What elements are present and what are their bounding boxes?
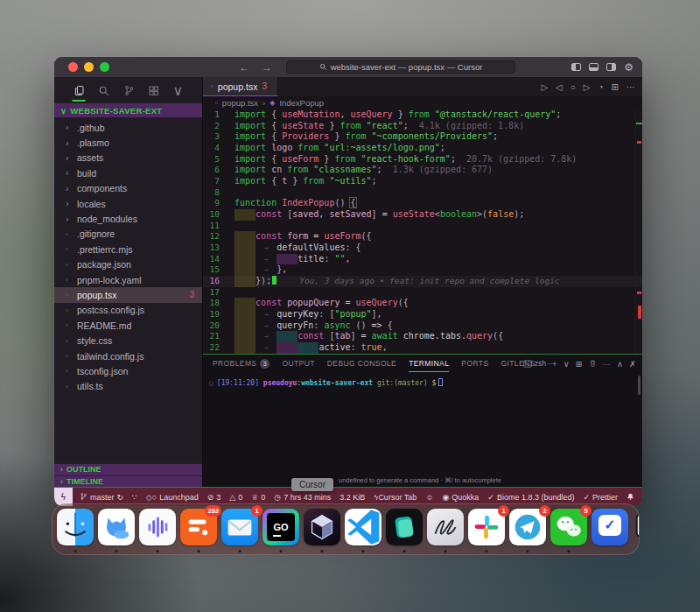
terminal-dropdown-icon[interactable]: ∨ <box>564 359 570 369</box>
code-line-11[interactable]: 11 <box>203 221 642 232</box>
code-line-18[interactable]: 18const popupQuery = useQuery({ <box>203 298 642 309</box>
status-prettier[interactable]: ✓Prettier <box>583 493 618 502</box>
file-tree-item-tsconfig.json[interactable]: ▫tsconfig.json <box>54 363 202 378</box>
activity-more-chevron-icon[interactable]: ∨ <box>173 77 184 103</box>
dock-app-goland[interactable]: GO <box>262 509 299 545</box>
status-notifications-bell[interactable] <box>626 492 634 502</box>
status-launchpad[interactable]: ◇○Launchpad <box>146 493 199 502</box>
code-line-7[interactable]: 7import { t } from "~utils"; <box>203 176 642 187</box>
close-window-button[interactable] <box>68 62 78 72</box>
dock-app-stacked-windows[interactable] <box>633 509 640 545</box>
file-tree-item-node_modules[interactable]: ›node_modules <box>54 211 202 226</box>
toggle-secondary-sidebar-icon[interactable] <box>606 63 616 71</box>
breadcrumb[interactable]: ▫ popup.tsx › ◈ IndexPopup <box>203 96 642 109</box>
status-quokka[interactable]: ◉Quokka <box>442 493 479 502</box>
title-bar[interactable]: ← → website-saver-ext — popup.tsx — Curs… <box>54 57 642 77</box>
outline-section[interactable]: › OUTLINE <box>54 463 202 475</box>
terminal[interactable]: ○[19:11:20] pseudoyu:website-saver-ext g… <box>203 372 642 387</box>
timeline-clock-icon[interactable]: ◔ <box>598 82 604 92</box>
code-editor[interactable]: 1import { useMutation, useQuery } from "… <box>203 109 642 354</box>
extensions-icon[interactable] <box>148 77 159 103</box>
dock-app-wechat[interactable]: 5 <box>550 509 587 545</box>
explorer-icon[interactable] <box>74 77 85 103</box>
code-line-17[interactable]: 17 <box>203 287 642 299</box>
dock-app-things-todo[interactable]: ✓ <box>592 509 628 545</box>
file-tree-item-README.md[interactable]: ▫README.md <box>54 318 202 333</box>
minimize-window-button[interactable] <box>84 62 94 72</box>
status-smiley-feedback[interactable]: ☺ <box>425 493 433 502</box>
dock-app-craft-dark[interactable] <box>386 509 423 545</box>
status-plug[interactable]: ϟ <box>374 493 378 502</box>
code-line-1[interactable]: 1import { useMutation, useQuery } from "… <box>203 109 642 121</box>
file-tree-item-tailwind.config.js[interactable]: ▫tailwind.config.js <box>54 348 202 363</box>
code-line-13[interactable]: 13→defaultValues: { <box>203 243 642 254</box>
code-line-14[interactable]: 14→title: "", <box>203 254 642 265</box>
split-terminal-icon[interactable]: ⊞ <box>576 359 583 369</box>
run-icon[interactable]: ▷ <box>541 82 548 92</box>
code-line-12[interactable]: 12const form = useForm({ <box>203 231 642 243</box>
panel-tab-debug-console[interactable]: DEBUG CONSOLE <box>327 355 396 372</box>
dock-app-cursor[interactable] <box>304 509 340 545</box>
panel-tab-output[interactable]: OUTPUT <box>282 355 314 372</box>
more-icon[interactable]: ⋯ <box>603 359 612 369</box>
file-tree-item-.gitignore[interactable]: ▫.gitignore <box>54 227 202 242</box>
status-errors[interactable]: ⊘3 <box>207 493 221 502</box>
dock-app-telegram[interactable]: 2 <box>509 509 546 545</box>
file-tree-item-popup.tsx[interactable]: ▫popup.tsx3 <box>54 287 202 302</box>
code-line-9[interactable]: 9function IndexPopup() { <box>203 198 642 209</box>
more-icon[interactable]: ⋯ <box>626 82 635 92</box>
file-tree-item-utils.ts[interactable]: ▫utils.ts <box>54 379 202 394</box>
dock-app-finder[interactable] <box>57 509 94 545</box>
code-line-10[interactable]: 10const [saved, setSaved] = useState<boo… <box>203 209 642 221</box>
timeline-section[interactable]: › TIMELINE <box>54 475 202 488</box>
status-file-size[interactable]: 3.2 KiB <box>340 493 365 502</box>
dock-app-audio-waveform[interactable] <box>139 509 176 545</box>
breadcrumb-symbol[interactable]: IndexPopup <box>279 98 324 108</box>
breadcrumb-file[interactable]: popup.tsx <box>222 98 258 108</box>
overview-ruler[interactable] <box>635 109 642 354</box>
new-terminal-icon[interactable]: + <box>552 359 557 369</box>
terminal-scrollbar[interactable] <box>638 376 640 395</box>
shell-selector[interactable]: zsh <box>523 359 546 368</box>
maximize-panel-icon[interactable]: ∧ <box>617 359 623 369</box>
code-line-6[interactable]: 6import cn from "classnames"; 1.3k (gzip… <box>203 165 642 176</box>
explorer-section-header[interactable]: ∨ WEBSITE-SAVER-EXT <box>54 103 202 117</box>
status-crown-counter[interactable]: ♕0 <box>251 493 265 502</box>
status-biome[interactable]: ✓Biome 1.8.3 (bundled) <box>487 493 574 502</box>
code-line-20[interactable]: 20→queryFn: async () => { <box>203 320 642 332</box>
file-tree-item-.github[interactable]: ›.github <box>54 120 202 135</box>
file-tree-item-locales[interactable]: ›locales <box>54 196 202 211</box>
nav-forward-circle-icon[interactable]: ▷ <box>584 82 591 92</box>
source-control-icon[interactable] <box>123 77 135 103</box>
dock-app-fox-rss[interactable] <box>98 509 135 545</box>
file-tree-item-package.json[interactable]: ▫package.json <box>54 257 202 272</box>
file-tree-item-build[interactable]: ›build <box>54 165 202 180</box>
code-line-2[interactable]: 2import { useState } from "react"; 4.1k … <box>203 121 642 132</box>
file-tree-item-.plasmo[interactable]: ›.plasmo <box>54 135 202 150</box>
dock-app-mail[interactable]: 1 <box>221 509 258 545</box>
code-line-22[interactable]: 22→active: true, <box>203 342 642 354</box>
panel-tab-terminal[interactable]: TERMINAL <box>409 355 449 372</box>
nav-circle-icon[interactable]: ○ <box>570 82 576 92</box>
dock-app-sketch-notes[interactable] <box>427 509 464 545</box>
tab-popup-tsx[interactable]: ▫ popup.tsx 3 <box>203 77 278 96</box>
split-editor-icon[interactable]: ⊞ <box>612 82 619 92</box>
status-paw-extension[interactable]: ∵ <box>132 493 137 502</box>
file-tree-item-components[interactable]: ›components <box>54 181 202 196</box>
settings-gear-icon[interactable]: ⚙ <box>624 62 634 73</box>
code-line-16[interactable]: 16});You, 3 days ago • feat: init repo a… <box>203 276 642 287</box>
command-center-search[interactable]: website-saver-ext — popup.tsx — Cursor <box>286 60 515 74</box>
kill-terminal-icon[interactable] <box>589 359 597 369</box>
close-panel-icon[interactable]: ✗ <box>629 359 636 369</box>
status-time-tracker[interactable]: ◷7 hrs 43 mins <box>274 493 331 502</box>
file-tree-item-assets[interactable]: ›assets <box>54 151 202 165</box>
code-line-15[interactable]: 15→}, <box>203 264 642 276</box>
file-tree-item-pnpm-lock.yaml[interactable]: ▫pnpm-lock.yaml <box>54 272 202 287</box>
panel-tab-ports[interactable]: PORTS <box>461 355 488 372</box>
status-cursor-tab[interactable]: Cursor Tab <box>378 493 416 502</box>
code-line-4[interactable]: 4import logo from "url:~assets/logo.png"… <box>203 143 642 154</box>
panel-tab-problems[interactable]: PROBLEMS3 <box>213 355 270 372</box>
file-tree-item-style.css[interactable]: ▫style.css <box>54 333 202 348</box>
file-tree-item-postcss.config.js[interactable]: ▫postcss.config.js <box>54 303 202 318</box>
status-warnings[interactable]: △0 <box>229 493 242 502</box>
